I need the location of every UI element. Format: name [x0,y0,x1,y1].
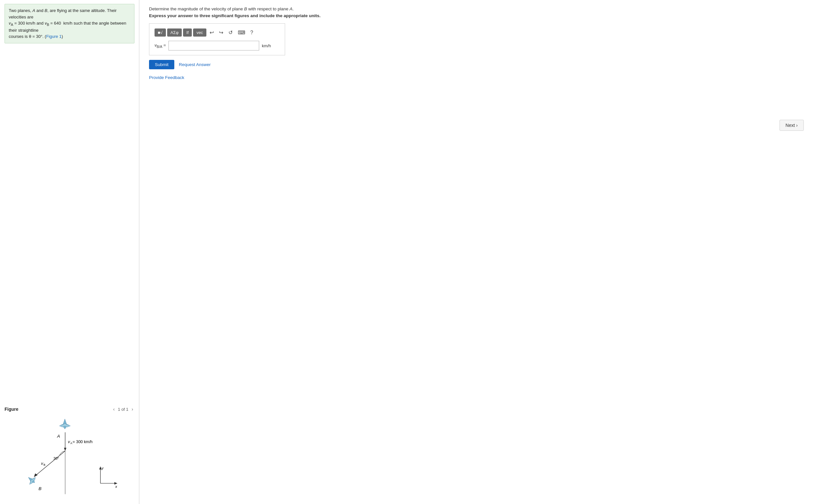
figure-navigation: ‹ 1 of 1 › [112,406,134,412]
figure-header: Figure ‹ 1 of 1 › [5,406,134,412]
problem-statement: Two planes, A and B, are flying at the s… [5,4,134,43]
y-axis-label: y [101,466,104,470]
page-layout: Two planes, A and B, are flying at the s… [0,0,820,504]
toolbar-sqrt-button[interactable]: ■√ [154,28,166,37]
provide-feedback-link[interactable]: Provide Feedback [149,75,810,80]
answer-input[interactable] [168,41,259,50]
toolbar-help-button[interactable]: ? [249,28,255,37]
figure-section: Figure ‹ 1 of 1 › [5,399,134,500]
vA-arrow-head [64,448,66,451]
toolbar-if-button[interactable]: If [183,28,192,37]
instruction-text: Determine the magnitude of the velocity … [149,6,810,11]
vB-line [35,451,65,476]
toolbar-undo-button[interactable]: ↩ [208,28,216,37]
figure-pagination: 1 of 1 [118,407,129,412]
toolbar-redo-button[interactable]: ↪ [217,28,225,37]
label-A: A [57,434,60,439]
action-row: Submit Request Answer [149,60,810,69]
figure-next-button[interactable]: › [130,406,134,412]
vA-subscript: A [70,442,72,445]
next-button[interactable]: Next › [780,120,804,131]
toolbar-reset-button[interactable]: ↺ [227,28,235,37]
left-panel: Two planes, A and B, are flying at the s… [0,0,139,504]
answer-variable-label: vB/A = [154,43,166,49]
figure-title: Figure [5,407,18,412]
angle-label: 30° [53,456,59,460]
submit-button[interactable]: Submit [149,60,174,69]
x-axis-label: x [115,485,118,488]
request-answer-link[interactable]: Request Answer [179,62,211,67]
problem-text-content: Two planes, A and B, are flying at the s… [9,8,126,39]
toolbar: ■√ ΑΣφ If vec ↩ ↪ ↺ ⌨ ? [154,28,280,37]
answer-unit: km/h [262,43,271,48]
vB-subscript: B [43,463,45,466]
label-B: B [39,486,41,491]
svg-marker-7 [28,476,37,485]
answer-row: vB/A = km/h [154,41,280,50]
vA-label: v [68,440,70,444]
figure-diagram: A v A = 300 km/h v B [5,415,134,499]
figure-link[interactable]: Figure 1 [46,34,62,39]
answer-box: ■√ ΑΣφ If vec ↩ ↪ ↺ ⌨ ? vB/A = km/h [149,23,285,55]
right-panel: Determine the magnitude of the velocity … [139,0,820,504]
toolbar-keyboard-button[interactable]: ⌨ [236,28,247,37]
y-axis-arrow [99,466,102,470]
next-label: Next [786,123,795,128]
next-chevron: › [796,123,798,128]
emphasis-text: Express your answer to three significant… [149,13,810,18]
vB-label: v [41,461,43,466]
plane-A-icon [59,419,70,429]
toolbar-symbols-button[interactable]: ΑΣφ [167,28,182,37]
toolbar-vec-button[interactable]: vec [193,28,206,37]
vA-value: = 300 km/h [73,440,93,444]
figure-prev-button[interactable]: ‹ [112,406,116,412]
